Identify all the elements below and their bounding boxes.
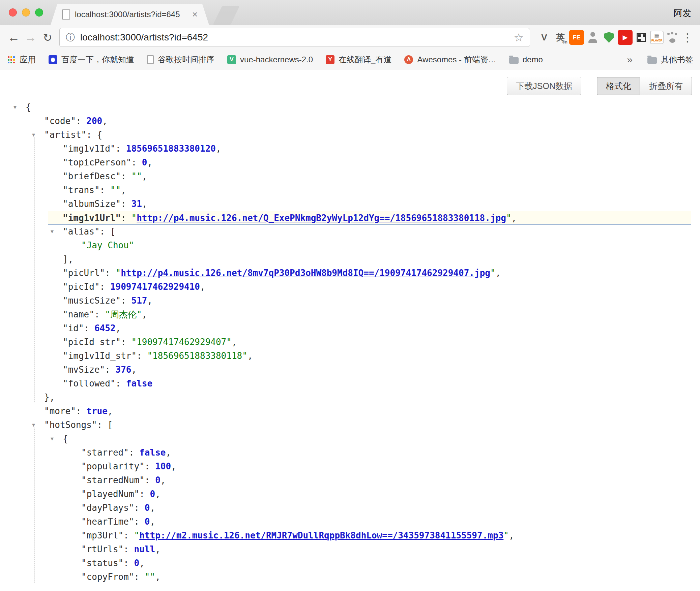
json-line: "mvSize": 376, <box>0 363 700 377</box>
tree-guide <box>53 441 53 583</box>
tree-guide <box>34 428 35 583</box>
bookmark-folder[interactable]: demo <box>509 55 543 64</box>
json-token: "followed" <box>63 378 116 388</box>
json-token: "" <box>110 185 121 195</box>
json-line: "copyFrom": "", <box>0 570 700 584</box>
json-token: : <box>105 268 115 278</box>
json-token: " <box>506 213 512 223</box>
json-line: "playedNum": 0, <box>0 487 700 501</box>
forward-button[interactable]: → <box>22 29 39 46</box>
json-link[interactable]: http://p4.music.126.net/Q_ExePNkmgB2yWyL… <box>137 213 506 223</box>
json-token: " <box>132 213 137 223</box>
close-window-button[interactable] <box>9 8 17 17</box>
collapse-all-button[interactable]: 折叠所有 <box>640 77 692 95</box>
player-icon[interactable]: PLAYER <box>650 31 664 44</box>
bookmark-apps[interactable]: 应用 <box>7 54 36 65</box>
json-token: "copyFrom" <box>81 572 134 582</box>
vimium-icon[interactable]: V <box>537 30 552 45</box>
json-line: ▼{ <box>0 100 700 114</box>
profile-silhouette-icon[interactable] <box>585 30 600 45</box>
json-token: : <box>100 226 110 237</box>
new-tab-button[interactable] <box>213 6 239 25</box>
json-token: : <box>97 420 108 430</box>
bookmark-youdao[interactable]: Y在线翻译_有道 <box>326 54 391 65</box>
profile-name[interactable]: 阿发 <box>674 7 691 19</box>
json-line: ▼{ <box>0 432 700 446</box>
json-token: : <box>86 130 97 140</box>
back-button[interactable]: ← <box>5 29 22 46</box>
json-line: }, <box>0 391 700 404</box>
fehelper-icon[interactable]: FE <box>569 30 584 45</box>
json-token: "alias" <box>63 226 100 237</box>
bookmark-label: 谷歌按时间排序 <box>158 54 214 65</box>
json-line: "followed": false <box>0 377 700 391</box>
extension-icons: V英enFE▶PLAYER <box>536 30 680 45</box>
youdao-icon: Y <box>326 55 334 64</box>
json-line: "starredNum": 0, <box>0 473 700 487</box>
translate-icon[interactable]: 英en <box>553 30 568 45</box>
tab-close-icon[interactable]: × <box>192 10 198 19</box>
json-token: 0 <box>155 475 161 485</box>
bookmark-label: vue-hackernews-2.0 <box>240 55 313 64</box>
json-token: "hearTime" <box>81 517 134 527</box>
youtube-icon[interactable]: ▶ <box>618 30 633 45</box>
bookmark-vue[interactable]: Vvue-hackernews-2.0 <box>227 55 313 64</box>
json-token: , <box>150 517 155 527</box>
bookmark-star-icon[interactable]: ☆ <box>514 31 524 44</box>
json-token: : <box>121 199 131 209</box>
titlebar: localhost:3000/artists?id=645 × 阿发 <box>0 0 700 25</box>
json-token: 0 <box>142 157 147 167</box>
zoom-window-button[interactable] <box>35 8 43 17</box>
page-content: 下载JSON数据 格式化 折叠所有 ▼{"code": 200,▼"artist… <box>0 69 700 586</box>
json-line: "code": 200, <box>0 114 700 128</box>
json-token: 0 <box>145 517 150 527</box>
reload-button[interactable]: ↻ <box>39 29 56 46</box>
vue-icon: V <box>227 55 236 64</box>
json-token: : <box>123 558 134 568</box>
page-info-icon[interactable]: ⓘ <box>66 31 75 43</box>
json-token: "hotSongs" <box>44 420 97 430</box>
qrcode-icon[interactable] <box>634 30 649 45</box>
bookmark-baidu[interactable]: 百度一下，你就知道 <box>49 54 134 65</box>
json-token: "starred" <box>81 447 129 458</box>
json-token: }, <box>44 392 55 402</box>
json-token: "more" <box>44 406 76 416</box>
other-bookmarks[interactable]: 其他书签 <box>647 54 693 65</box>
json-token: "picId" <box>63 282 100 292</box>
bookmark-page[interactable]: 谷歌按时间排序 <box>147 54 214 65</box>
json-line: "popularity": 100, <box>0 460 700 473</box>
json-token: , <box>155 544 161 554</box>
json-token: , <box>200 282 205 292</box>
json-token: "18569651883380118" <box>147 351 247 361</box>
translate-icon-label: en <box>562 39 567 44</box>
json-token: , <box>232 337 237 347</box>
browser-tab[interactable]: localhost:3000/artists?id=645 × <box>51 4 209 25</box>
bookmark-label: Awesomes - 前端资… <box>417 54 496 65</box>
overflow-chevron-icon[interactable]: » <box>627 54 633 65</box>
json-token: ], <box>63 254 73 264</box>
json-token: , <box>155 572 161 582</box>
json-token: " <box>490 268 496 278</box>
json-token: "" <box>132 171 142 181</box>
browser-menu-icon[interactable]: ⋮ <box>680 31 695 44</box>
json-token: "musicSize" <box>63 296 121 306</box>
paw-icon[interactable] <box>665 30 680 45</box>
json-token: false <box>126 378 152 388</box>
json-link[interactable]: http://m2.music.126.net/RMJR7wDullRqppBk… <box>139 530 503 540</box>
url-text: localhost:3000/artists?id=6452 <box>80 32 514 43</box>
adblock-shield-icon[interactable] <box>602 30 616 45</box>
bookmark-awesomes[interactable]: AAwesomes - 前端资… <box>404 54 496 65</box>
folder-icon <box>509 57 519 64</box>
json-token: "starredNum" <box>81 475 145 485</box>
download-json-button[interactable]: 下载JSON数据 <box>507 77 581 95</box>
json-token: : <box>121 337 131 347</box>
minimize-window-button[interactable] <box>22 8 30 17</box>
json-token: "Jay Chou" <box>81 240 134 250</box>
json-token: : <box>94 309 105 319</box>
url-bar[interactable]: ⓘ localhost:3000/artists?id=6452 ☆ <box>59 28 530 47</box>
json-link[interactable]: http://p4.music.126.net/8mv7qP30Pd3oHW8b… <box>121 268 490 278</box>
json-token: , <box>142 199 147 209</box>
json-token: , <box>150 503 155 513</box>
json-line: "albumSize": 31, <box>0 197 700 211</box>
format-button[interactable]: 格式化 <box>597 77 640 95</box>
